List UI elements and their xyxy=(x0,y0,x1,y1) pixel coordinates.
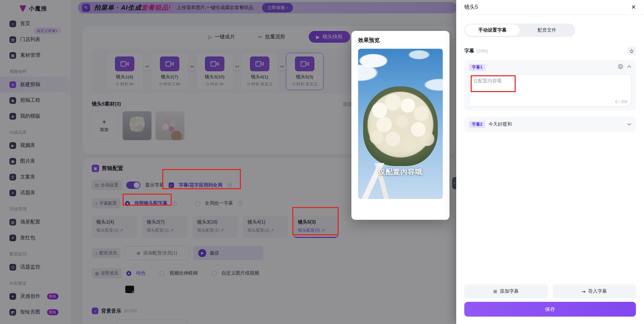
panel-tabs: 手动设置字幕 配音文件 xyxy=(464,24,575,37)
preview-modal-title: 效果预览 xyxy=(358,37,443,44)
remove-subtitle-icon[interactable]: × xyxy=(618,64,623,69)
char-counter: 6 / 300 xyxy=(615,99,628,104)
panel-header: 镜头5 ✕ xyxy=(456,0,644,15)
save-button[interactable]: 保存 xyxy=(464,302,636,317)
subtitle-badge: 字幕2 xyxy=(469,121,485,128)
panel-title: 镜头5 xyxy=(464,4,478,11)
app-root: 小魔推 ⌂ 首页 ▤ 门店列表 自定义装修✦ ▦ 素材管理 视频创作 ≋ 新建剪… xyxy=(0,0,644,324)
preview-modal: 效果预览 仅配置内容哦 xyxy=(351,31,449,220)
add-square-icon: ⊞ xyxy=(493,289,497,294)
add-subtitle-button[interactable]: ⊞ 添加字幕 xyxy=(464,284,548,298)
broom-icon xyxy=(629,48,634,53)
subtitle-card-2[interactable]: 字幕2 今天好暖和 xyxy=(464,117,636,132)
import-icon: ⇥ xyxy=(582,289,586,294)
bouquet-graphic xyxy=(363,86,438,166)
tab-voice-file[interactable]: 配音文件 xyxy=(520,25,574,36)
preview-image: 仅配置内容哦 xyxy=(358,49,443,199)
import-subtitle-button[interactable]: ⇥ 导入字幕 xyxy=(553,284,636,298)
shot5-settings-panel: 镜头5 ✕ 手动设置字幕 配音文件 字幕 (2/50) 字幕1 × 仅配置内容哦… xyxy=(456,0,644,324)
clear-all-button[interactable] xyxy=(627,46,636,55)
close-icon[interactable]: ✕ xyxy=(631,4,636,11)
panel-action-buttons: ⊞ 添加字幕 ⇥ 导入字幕 xyxy=(464,284,636,298)
subtitle-section-header: 字幕 (2/50) xyxy=(464,46,636,55)
subtitle-text-input[interactable]: 仅配置内容哦 6 / 300 xyxy=(469,74,631,107)
chevron-down-icon[interactable] xyxy=(627,123,631,126)
preview-caption: 仅配置内容哦 xyxy=(358,167,443,176)
chevron-up-icon[interactable] xyxy=(627,65,631,68)
subtitle-card-1: 字幕1 × 仅配置内容哦 6 / 300 xyxy=(464,60,636,111)
tab-manual-subtitle[interactable]: 手动设置字幕 xyxy=(465,25,520,36)
subtitle-badge: 字幕1 xyxy=(469,64,485,71)
